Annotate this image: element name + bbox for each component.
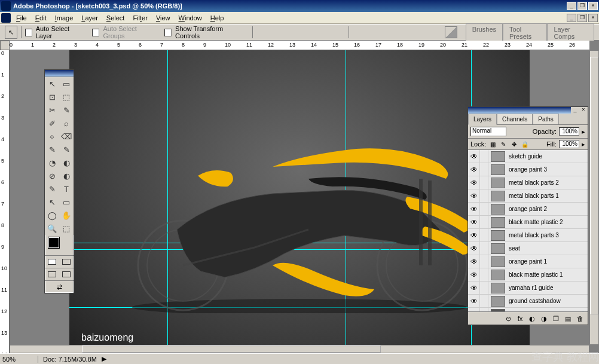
- layer-name[interactable]: seat: [508, 245, 578, 252]
- visibility-toggle-icon[interactable]: 👁: [468, 189, 480, 203]
- scrollbar-thumb[interactable]: [590, 57, 598, 314]
- layer-row[interactable]: 👁orange paint 3: [468, 163, 588, 176]
- tool-button-6[interactable]: ✐: [45, 117, 59, 130]
- panel-minimize-button[interactable]: _: [571, 107, 579, 114]
- layer-row[interactable]: 👁black matte plastic 2: [468, 216, 588, 229]
- layer-name[interactable]: orange paint 2: [508, 206, 578, 212]
- lock-all-icon[interactable]: 🔒: [521, 140, 529, 148]
- scrollbar-horizontal[interactable]: [10, 345, 589, 353]
- lock-transparency-icon[interactable]: ▦: [488, 140, 497, 148]
- tab-layer-comps[interactable]: Layer Comps: [547, 23, 594, 42]
- doc-minimize-button[interactable]: _: [567, 14, 576, 22]
- tool-button-17[interactable]: T: [59, 182, 74, 195]
- tool-button-4[interactable]: ✂: [45, 103, 59, 117]
- menu-window[interactable]: Window: [175, 13, 206, 23]
- layer-thumbnail[interactable]: [491, 178, 505, 188]
- layer-row[interactable]: 👁seat: [468, 242, 588, 255]
- ruler-corner[interactable]: [0, 41, 10, 50]
- tool-button-2[interactable]: ⊡: [45, 90, 59, 103]
- new-adjustment-icon[interactable]: ◑: [539, 314, 549, 323]
- tool-button-8[interactable]: ⟐: [45, 130, 59, 143]
- auto-select-layer-checkbox[interactable]: [25, 29, 32, 36]
- tool-button-0[interactable]: ↖: [45, 77, 59, 90]
- tool-button-22[interactable]: 🔍: [45, 222, 59, 235]
- tool-button-19[interactable]: ▭: [59, 195, 74, 209]
- layer-name[interactable]: sketch guide: [508, 153, 578, 160]
- link-cell[interactable]: [480, 229, 488, 242]
- doc-close-button[interactable]: ×: [588, 14, 598, 22]
- current-tool-indicator[interactable]: ↖: [5, 26, 17, 39]
- layer-thumbnail[interactable]: [491, 164, 505, 175]
- panel-titlebar[interactable]: _ ×: [468, 107, 588, 114]
- tool-button-12[interactable]: ◔: [45, 156, 59, 169]
- layer-row[interactable]: 👁orange paint 1: [468, 255, 588, 268]
- align-top-icon[interactable]: [256, 26, 270, 38]
- screen-mode-1-button[interactable]: [45, 268, 59, 280]
- layer-row[interactable]: 👁Background🔒: [468, 308, 588, 311]
- layer-name[interactable]: orange paint 3: [508, 166, 578, 173]
- layer-row[interactable]: 👁ground castshadow: [468, 295, 588, 308]
- menu-edit[interactable]: Edit: [31, 13, 51, 23]
- tab-tool-presets[interactable]: Tool Presets: [503, 23, 547, 42]
- fill-input[interactable]: 100%: [559, 140, 579, 148]
- screen-mode-2-button[interactable]: [59, 268, 74, 280]
- visibility-toggle-icon[interactable]: 👁: [468, 308, 480, 312]
- link-cell[interactable]: [480, 150, 488, 163]
- auto-select-groups-checkbox[interactable]: [92, 29, 99, 36]
- ruler-horizontal[interactable]: 0123456789101112131415161718192021222324…: [10, 41, 589, 50]
- layer-name[interactable]: metal black parts 2: [508, 179, 578, 186]
- tool-button-23[interactable]: ⬚: [59, 222, 74, 235]
- layer-row[interactable]: 👁yamaha r1 guide: [468, 282, 588, 295]
- layer-thumbnail[interactable]: [491, 256, 505, 267]
- tool-button-13[interactable]: ◐: [59, 156, 74, 169]
- menu-view[interactable]: View: [152, 13, 175, 23]
- blend-mode-select[interactable]: Normal: [470, 127, 506, 136]
- layer-name[interactable]: Background: [508, 311, 578, 311]
- layer-thumbnail[interactable]: [491, 217, 505, 228]
- dist-right-icon[interactable]: [424, 26, 438, 38]
- layer-thumbnail[interactable]: [491, 230, 505, 241]
- tool-button-15[interactable]: ◐: [59, 169, 74, 182]
- dist-hcenter-icon[interactable]: [410, 26, 423, 38]
- layer-name[interactable]: black matte plastic 1: [508, 271, 578, 278]
- link-cell[interactable]: [480, 242, 488, 255]
- visibility-toggle-icon[interactable]: 👁: [468, 282, 480, 295]
- document-canvas[interactable]: baizuomeng: [69, 50, 530, 345]
- link-cell[interactable]: [480, 308, 488, 312]
- layer-thumbnail[interactable]: [491, 243, 505, 254]
- tool-button-21[interactable]: ✋: [59, 209, 74, 222]
- status-menu-arrow[interactable]: ▶: [102, 355, 106, 363]
- layer-thumbnail[interactable]: [491, 191, 505, 201]
- visibility-toggle-icon[interactable]: 👁: [468, 255, 480, 268]
- opacity-input[interactable]: 100%: [559, 127, 579, 136]
- tool-button-3[interactable]: ⬚: [59, 90, 74, 103]
- align-vcenter-icon[interactable]: [271, 26, 284, 38]
- dist-left-icon[interactable]: [396, 26, 409, 38]
- tool-button-18[interactable]: ↖: [45, 195, 59, 209]
- tab-brushes[interactable]: Brushes: [466, 23, 503, 42]
- foreground-color-swatch[interactable]: [48, 237, 59, 248]
- tool-button-14[interactable]: ⊘: [45, 169, 59, 182]
- dist-top-icon[interactable]: [353, 26, 366, 38]
- tool-button-5[interactable]: ✎: [59, 103, 74, 117]
- menu-filter[interactable]: Filter: [129, 13, 151, 23]
- scrollbar-thumb[interactable]: [82, 345, 381, 353]
- standard-mode-button[interactable]: [45, 256, 59, 268]
- quickmask-mode-button[interactable]: [59, 256, 74, 268]
- tab-channels[interactable]: Channels: [497, 114, 533, 124]
- tab-paths[interactable]: Paths: [533, 114, 559, 124]
- layer-thumbnail[interactable]: [491, 296, 505, 307]
- visibility-toggle-icon[interactable]: 👁: [468, 229, 480, 242]
- tool-button-20[interactable]: ◯: [45, 209, 59, 222]
- panel-close-button[interactable]: ×: [579, 107, 588, 114]
- maximize-button[interactable]: ❐: [577, 2, 587, 10]
- close-button[interactable]: ×: [588, 2, 598, 10]
- visibility-toggle-icon[interactable]: 👁: [468, 150, 480, 163]
- tool-button-1[interactable]: ▭: [59, 77, 74, 90]
- layer-thumbnail[interactable]: [491, 309, 505, 312]
- menu-help[interactable]: Help: [206, 13, 228, 23]
- link-layers-icon[interactable]: ⊝: [503, 314, 514, 323]
- toolbox-header[interactable]: [45, 70, 74, 77]
- visibility-toggle-icon[interactable]: 👁: [468, 203, 480, 216]
- new-layer-icon[interactable]: ▤: [563, 314, 573, 323]
